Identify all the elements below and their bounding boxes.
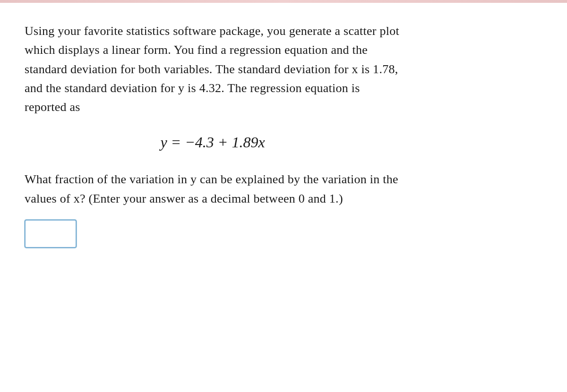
equation-text: y = −4.3 + 1.89x bbox=[160, 134, 265, 151]
content-wrapper: Using your favorite statistics software … bbox=[0, 3, 425, 267]
answer-input[interactable] bbox=[25, 220, 77, 248]
question-paragraph: What fraction of the variation in y can … bbox=[25, 170, 401, 208]
problem-paragraph: Using your favorite statistics software … bbox=[25, 22, 401, 117]
equation-display: y = −4.3 + 1.89x bbox=[25, 134, 401, 151]
